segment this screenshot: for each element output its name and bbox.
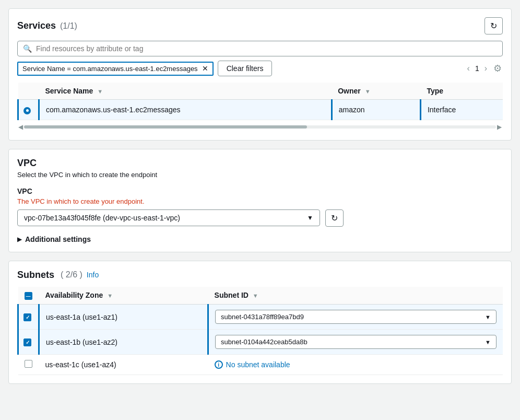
th-subnet-id-filter-icon: ▼ [253,293,258,299]
th-az: Availability Zone ▼ [39,287,208,305]
additional-settings-label: Additional settings [25,235,91,243]
table-row[interactable]: us-east-1a (use1-az1) subnet-0431a78ff89… [18,305,503,330]
th-radio [18,83,39,100]
vpc-field-hint: The VPC in which to create your endpoint… [17,197,503,205]
th-owner-filter-icon: ▼ [365,88,371,95]
th-owner: Owner ▼ [332,83,420,100]
row-type: Interface [420,100,503,120]
row-checkbox-cell [18,305,39,330]
filter-remove-button[interactable]: ✕ [202,65,208,72]
vpc-dropdown-chevron: ▼ [307,214,313,221]
row-checkbox[interactable] [23,313,31,321]
services-title-group: Services (1/1) [17,20,77,31]
services-search-input[interactable] [36,44,497,53]
vpc-title: VPC [17,158,37,169]
filter-row: Service Name = com.amazonaws.us-east-1.e… [17,61,503,76]
subnet-dropdown-chevron: ▼ [485,314,491,320]
row-subnet-id: subnet-0431a78ff89ea7bd9 ▼ [208,305,503,330]
subnets-header: Subnets ( 2/6 ) Info [17,270,503,281]
subnet-dropdown-value: subnet-0431a78ff89ea7bd9 [221,313,304,321]
no-subnet-info-icon: i [215,360,223,369]
row-radio [18,100,39,120]
settings-gear-button[interactable]: ⚙ [492,62,503,75]
radio-selected [23,107,31,114]
subnet-dropdown-chevron: ▼ [485,339,491,345]
vpc-section: VPC Select the VPC in which to create th… [8,149,512,252]
services-search-bar: 🔍 [17,41,503,56]
row-checkbox-cell [18,355,39,375]
search-icon: 🔍 [23,44,32,53]
subnets-count: ( 2/6 ) [61,270,82,279]
subnets-info-link[interactable]: Info [87,271,99,279]
pagination-current: 1 [475,64,479,73]
subnets-title: Subnets [17,270,54,281]
filter-tag: Service Name = com.amazonaws.us-east-1.e… [17,62,214,76]
services-table: Service Name ▼ Owner ▼ Type com.amazonaw… [17,83,503,120]
row-no-subnet: i No subnet available [208,355,503,375]
vpc-selected-value: vpc-07be13a43f045f8fe (dev-vpc-us-east-1… [24,214,180,222]
row-service-name: com.amazonaws.us-east-1.ec2messages [39,100,332,120]
subnets-section: Subnets ( 2/6 ) Info Availability Zone ▼… [8,261,512,384]
pagination-controls: ‹ 1 › ⚙ [464,62,503,75]
pagination-prev-button[interactable]: ‹ [464,63,473,74]
row-az: us-east-1b (use1-az2) [39,330,208,355]
vpc-select-row: vpc-07be13a43f045f8fe (dev-vpc-us-east-1… [17,209,503,227]
additional-settings-toggle[interactable]: ▶ Additional settings [17,235,503,243]
subnets-table: Availability Zone ▼ Subnet ID ▼ us-east-… [17,287,503,376]
table-row[interactable]: com.amazonaws.us-east-1.ec2messages amaz… [18,100,503,120]
row-subnet-id: subnet-0104a442ceab5da8b ▼ [208,330,503,355]
filter-tag-text: Service Name = com.amazonaws.us-east-1.e… [22,65,198,73]
row-az: us-east-1a (use1-az1) [39,305,208,330]
pagination-next-button[interactable]: › [481,63,490,74]
th-az-filter-icon: ▼ [107,293,113,299]
th-service-name: Service Name ▼ [39,83,332,100]
row-owner: amazon [332,100,420,120]
checkbox-all[interactable] [25,292,32,300]
table-scrollbar-row: ◀ ▶ [17,122,503,132]
row-checkbox[interactable] [25,360,32,368]
vpc-dropdown[interactable]: vpc-07be13a43f045f8fe (dev-vpc-us-east-1… [17,209,320,226]
no-subnet-indicator: i No subnet available [215,360,497,369]
scrollbar-track [24,125,496,129]
vpc-field: VPC The VPC in which to create your endp… [17,187,503,227]
vpc-refresh-button[interactable]: ↻ [325,209,344,227]
scroll-right-button[interactable]: ▶ [496,123,503,131]
scroll-left-button[interactable]: ◀ [17,123,24,131]
services-count: (1/1) [60,21,77,30]
row-checkbox[interactable] [23,339,31,346]
scrollbar-thumb [24,125,307,129]
services-title: Services [17,20,56,31]
services-section: Services (1/1) ↻ 🔍 Service Name = com.am… [8,8,512,141]
th-service-name-filter-icon: ▼ [97,88,103,95]
vpc-subtitle: Select the VPC in which to create the en… [17,171,503,179]
vpc-field-label: VPC [17,187,503,195]
th-type: Type [420,83,503,100]
row-checkbox-cell [18,330,39,355]
table-row[interactable]: us-east-1c (use1-az4) i No subnet availa… [18,355,503,375]
row-az: us-east-1c (use1-az4) [39,355,208,375]
additional-settings-arrow-icon: ▶ [17,236,22,243]
vpc-header: VPC [17,158,503,169]
no-subnet-label: No subnet available [226,360,290,369]
table-row[interactable]: us-east-1b (use1-az2) subnet-0104a442cea… [18,330,503,355]
services-table-header: Service Name ▼ Owner ▼ Type [18,83,503,100]
services-header: Services (1/1) ↻ [17,17,503,34]
th-subnet-id: Subnet ID ▼ [208,287,503,305]
subnet-dropdown-value: subnet-0104a442ceab5da8b [221,338,308,346]
services-refresh-button[interactable]: ↻ [484,17,503,34]
subnets-table-header: Availability Zone ▼ Subnet ID ▼ [18,287,503,305]
th-checkbox-all [18,287,39,305]
subnet-dropdown-1[interactable]: subnet-0104a442ceab5da8b ▼ [215,335,497,349]
clear-filters-button[interactable]: Clear filters [218,61,273,76]
subnet-dropdown-0[interactable]: subnet-0431a78ff89ea7bd9 ▼ [215,310,497,324]
